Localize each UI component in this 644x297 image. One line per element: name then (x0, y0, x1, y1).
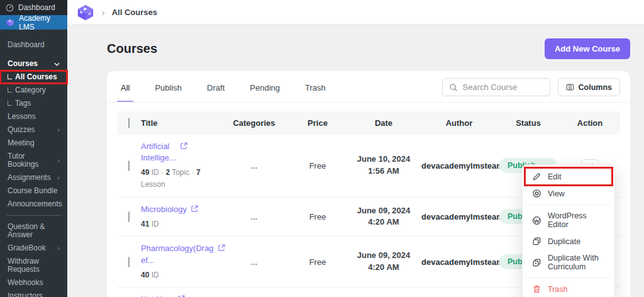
sub-level-icon (8, 74, 12, 79)
column-header-title: Title (141, 118, 219, 128)
menu-item-duplicate-with-curriculum[interactable]: Duplicate With Curriculum (525, 250, 612, 275)
column-header-date: Date (346, 118, 421, 128)
submenu-item-webhooks[interactable]: Webhooks (0, 276, 67, 289)
academy-lms-submenu: Dashboard Courses All Courses Category T… (0, 30, 67, 297)
column-header-action: Action (560, 118, 620, 128)
author-cell: devacademylmsteam (421, 257, 497, 267)
course-title-link[interactable]: Microbiology (141, 204, 187, 215)
sub-level-icon (8, 87, 12, 92)
sidebar-item-label: Academy LMS (19, 14, 62, 31)
breadcrumb: All Courses (112, 8, 157, 17)
status-tabs: All Publish Draft Pending Trash (117, 77, 330, 102)
submenu-item-question-answer[interactable]: Question & Answer (0, 220, 67, 242)
duplicate-curriculum-icon (532, 258, 541, 267)
chevron-right-icon: › (57, 126, 60, 134)
column-header-price: Price (289, 118, 346, 128)
price-cell: Free (289, 257, 346, 267)
categories-cell: ... (219, 212, 289, 221)
row-checkbox[interactable] (128, 211, 130, 222)
submenu-item-assignments[interactable]: Assignments› (0, 171, 67, 184)
wordpress-icon (532, 216, 541, 225)
row-checkbox[interactable] (128, 257, 130, 267)
tab-draft[interactable]: Draft (203, 77, 228, 102)
current-menu-arrow (63, 18, 72, 27)
course-title-link[interactable]: Artificial Intellige... (141, 141, 176, 164)
external-link-icon[interactable] (177, 294, 186, 297)
course-title-link[interactable]: Nutrition, (141, 294, 174, 297)
menu-item-view[interactable]: View (525, 185, 612, 202)
wp-admin-sidebar: Dashboard Academy LMS Dashboard Courses … (0, 0, 67, 297)
table-header-row: Title Categories Price Date Author Statu… (117, 111, 620, 135)
menu-item-duplicate[interactable]: Duplicate (525, 233, 612, 250)
search-box[interactable] (442, 78, 550, 96)
submenu-item-meeting[interactable]: Meeting (0, 137, 67, 150)
sub-level-icon (8, 101, 12, 106)
course-meta: 49 ID · 2 Topic · 7 Lesson (141, 167, 219, 190)
submenu-item-dashboard[interactable]: Dashboard (0, 38, 67, 52)
tab-pending[interactable]: Pending (246, 77, 284, 102)
select-all-checkbox[interactable] (128, 118, 130, 128)
columns-icon (566, 83, 574, 91)
submenu-item-instructors[interactable]: Instructors (0, 289, 67, 297)
submenu-item-announcements[interactable]: Announcements (0, 198, 67, 211)
sidebar-item-label: Dashboard (18, 3, 55, 12)
submenu-divider (6, 215, 61, 216)
categories-cell: ... (219, 257, 289, 267)
chevron-down-icon (54, 62, 60, 66)
column-header-author: Author (421, 118, 497, 128)
columns-button[interactable]: Columns (558, 78, 620, 96)
search-input[interactable] (463, 82, 543, 92)
sidebar-item-wp-dashboard[interactable]: Dashboard (0, 0, 67, 15)
academy-lms-logo-icon[interactable] (76, 3, 95, 22)
trash-icon (532, 284, 541, 294)
chevron-right-icon: › (57, 244, 60, 252)
tab-trash[interactable]: Trash (301, 77, 330, 102)
pencil-icon (532, 172, 541, 181)
date-cell: June 10, 20241:56 AM (346, 154, 421, 177)
page-title: Courses (107, 42, 157, 56)
table-toolbar: Columns (442, 78, 620, 96)
author-cell: devacademylmsteam (421, 161, 497, 171)
submenu-item-gradebook[interactable]: GradeBook› (0, 242, 67, 255)
submenu-item-courses[interactable]: Courses (0, 57, 67, 70)
add-new-course-button[interactable]: Add New Course (545, 38, 630, 59)
search-icon (449, 83, 458, 92)
price-cell: Free (289, 161, 346, 171)
column-header-categories: Categories (219, 118, 289, 128)
page-header: Courses Add New Course (107, 38, 630, 59)
external-link-icon[interactable] (218, 244, 226, 252)
categories-cell: ... (219, 161, 289, 171)
sidebar-item-academy-lms[interactable]: Academy LMS (0, 15, 67, 30)
card-header: All Publish Draft Pending Trash (107, 71, 630, 103)
row-checkbox[interactable] (128, 160, 130, 171)
row-actions-menu: Edit View WordPress Editor Duplicate Du (522, 164, 615, 297)
submenu-item-tags[interactable]: Tags (0, 97, 67, 110)
menu-item-edit[interactable]: Edit (525, 168, 612, 185)
external-link-icon[interactable] (180, 142, 188, 150)
menu-item-trash[interactable]: Trash (525, 281, 612, 297)
submenu-item-course-bundle[interactable]: Course Bundle (0, 184, 67, 198)
submenu-item-all-courses[interactable]: All Courses (0, 70, 67, 84)
academy-lms-all-courses-page: Dashboard Academy LMS Dashboard Courses … (0, 0, 644, 297)
author-cell: devacademylmsteam (421, 212, 497, 221)
submenu-item-quizzes[interactable]: Quizzes› (0, 123, 67, 137)
column-header-status: Status (497, 118, 560, 128)
course-meta: 41 ID (141, 218, 219, 230)
submenu-item-withdraw-requests[interactable]: Withdraw Requests (0, 255, 67, 276)
gauge-icon (6, 4, 14, 12)
external-link-icon[interactable] (191, 205, 199, 213)
view-icon (532, 189, 541, 198)
date-cell: June 09, 20244:20 AM (346, 205, 421, 229)
submenu-item-lessons[interactable]: Lessons (0, 110, 67, 123)
price-cell: Free (289, 212, 346, 221)
tab-all[interactable]: All (117, 77, 133, 102)
submenu-item-category[interactable]: Category (0, 84, 67, 97)
submenu-item-tutor-bookings[interactable]: Tutor Bookings› (0, 150, 67, 171)
tab-publish[interactable]: Publish (151, 77, 186, 102)
chevron-right-icon: › (57, 174, 60, 182)
date-cell: June 09, 20244:20 AM (346, 250, 421, 274)
menu-item-wordpress-editor[interactable]: WordPress Editor (525, 208, 612, 233)
menu-divider (525, 277, 612, 278)
chevron-right-icon: › (57, 157, 60, 165)
course-title-link[interactable]: Pharmacology(Drag ef... (141, 243, 214, 266)
